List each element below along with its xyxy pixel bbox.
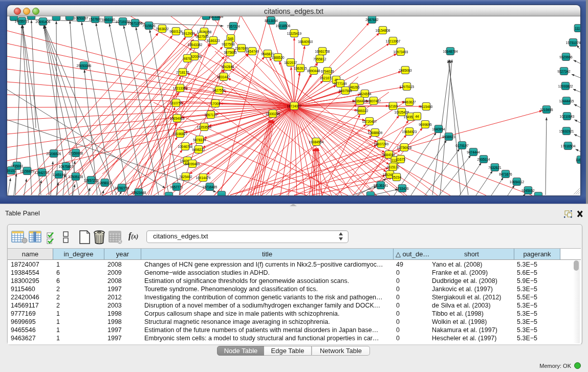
svg-text:9657771: 9657771	[170, 185, 183, 189]
svg-text:12213967: 12213967	[386, 39, 401, 43]
svg-text:1588520: 1588520	[271, 56, 285, 59]
svg-text:10973493: 10973493	[394, 50, 408, 54]
svg-text:3267110: 3267110	[205, 113, 217, 117]
svg-text:10654112: 10654112	[510, 180, 525, 184]
svg-text:7515526: 7515526	[142, 24, 156, 28]
svg-text:9463627: 9463627	[403, 100, 416, 104]
svg-text:20206526: 20206526	[47, 152, 61, 156]
svg-text:9827505: 9827505	[195, 35, 209, 38]
svg-text:20691406: 20691406	[36, 20, 51, 24]
svg-text:16648784: 16648784	[443, 50, 458, 53]
svg-text:6179197: 6179197	[455, 144, 469, 147]
svg-text:18724007: 18724007	[287, 104, 302, 108]
svg-text:9327508: 9327508	[222, 42, 235, 46]
svg-text:1640954: 1640954	[432, 127, 445, 131]
svg-text:11325419: 11325419	[287, 32, 302, 35]
svg-text:5878334: 5878334	[193, 138, 206, 142]
svg-text:1117: 1117	[575, 27, 580, 30]
svg-text:10046788: 10046788	[178, 145, 193, 148]
svg-text:20364436: 20364436	[353, 99, 367, 103]
svg-text:3215955: 3215955	[540, 108, 553, 112]
svg-text:8938923: 8938923	[442, 135, 455, 139]
svg-text:6794028: 6794028	[321, 70, 334, 73]
svg-text:17359936: 17359936	[69, 151, 83, 155]
svg-text:9329966: 9329966	[559, 55, 573, 59]
svg-text:15692921: 15692921	[559, 129, 574, 133]
svg-text:10807487: 10807487	[366, 99, 381, 103]
svg-text:1610755: 1610755	[169, 101, 183, 105]
svg-text:25234: 25234	[392, 176, 401, 179]
svg-text:17006: 17006	[211, 102, 220, 105]
svg-text:6497568: 6497568	[339, 89, 352, 93]
svg-text:11675: 11675	[396, 158, 405, 161]
svg-text:3875685: 3875685	[224, 51, 237, 54]
svg-text:9876: 9876	[184, 57, 191, 60]
svg-text:14055721: 14055721	[15, 19, 30, 23]
svg-text:12923448: 12923448	[132, 191, 146, 194]
svg-text:16640910: 16640910	[298, 40, 313, 43]
svg-text:18807249: 18807249	[374, 142, 389, 146]
svg-text:16914479: 16914479	[196, 176, 211, 180]
svg-text:9699695: 9699695	[419, 123, 432, 126]
svg-text:16154808: 16154808	[376, 29, 390, 32]
svg-text:9660124: 9660124	[169, 30, 183, 33]
svg-text:7357224: 7357224	[227, 25, 240, 28]
svg-text:15751074: 15751074	[566, 41, 580, 45]
svg-text:8454749: 8454749	[246, 50, 259, 53]
svg-text:3624554: 3624554	[358, 92, 372, 96]
svg-text:1362615: 1362615	[294, 67, 307, 70]
svg-text:10975867: 10975867	[59, 165, 74, 168]
svg-text:2687682: 2687682	[365, 18, 379, 21]
svg-text:8813054: 8813054	[265, 19, 278, 23]
svg-text:39151: 39151	[7, 169, 16, 172]
svg-text:18300295: 18300295	[266, 112, 280, 116]
svg-text:9646821: 9646821	[261, 52, 274, 56]
svg-text:16033809: 16033809	[209, 16, 224, 18]
svg-text:19756928: 19756928	[397, 146, 412, 149]
svg-text:9684067: 9684067	[382, 153, 396, 157]
svg-text:1822037: 1822037	[284, 61, 297, 64]
svg-text:1615132: 1615132	[386, 165, 400, 169]
svg-text:16961758: 16961758	[315, 50, 330, 53]
svg-text:12975115: 12975115	[400, 85, 415, 89]
svg-text:12444415: 12444415	[559, 99, 574, 103]
svg-text:7625402: 7625402	[179, 175, 192, 179]
svg-text:19654983: 19654983	[170, 117, 185, 120]
svg-text:14136141: 14136141	[374, 184, 388, 187]
svg-text:19654923: 19654923	[402, 130, 417, 134]
svg-text:9777169: 9777169	[334, 82, 347, 85]
svg-text:15720407: 15720407	[362, 120, 377, 123]
svg-text:8471676: 8471676	[499, 172, 512, 176]
svg-text:12942757: 12942757	[35, 171, 50, 174]
svg-text:7632621: 7632621	[488, 166, 502, 169]
svg-text:16782759: 16782759	[115, 186, 129, 190]
svg-text:9245052: 9245052	[521, 189, 535, 192]
svg-text:9498222: 9498222	[192, 148, 205, 151]
svg-text:116753: 116753	[575, 158, 580, 162]
svg-text:12505135: 12505135	[69, 175, 83, 179]
svg-text:2718176: 2718176	[176, 71, 189, 74]
svg-text:8990448: 8990448	[307, 69, 320, 73]
svg-text:62160: 62160	[388, 104, 398, 108]
svg-text:7955812: 7955812	[313, 57, 326, 61]
svg-text:16671355: 16671355	[128, 21, 143, 25]
svg-text:546: 546	[228, 37, 234, 40]
svg-text:10958107: 10958107	[98, 181, 113, 185]
svg-text:746266: 746266	[349, 85, 360, 89]
svg-text:25053346: 25053346	[77, 64, 92, 68]
svg-text:10653287: 10653287	[74, 16, 89, 20]
svg-text:8186323: 8186323	[207, 39, 220, 42]
svg-text:6466160: 6466160	[102, 18, 115, 21]
svg-text:19218506: 19218506	[276, 24, 291, 28]
svg-text:16543382: 16543382	[188, 43, 203, 47]
svg-text:17857225: 17857225	[84, 179, 99, 182]
svg-text:9115460: 9115460	[420, 105, 433, 108]
svg-text:19166827: 19166827	[173, 132, 188, 136]
svg-text:12213369: 12213369	[173, 86, 188, 90]
svg-text:1527602: 1527602	[89, 17, 102, 21]
svg-text:54099489: 54099489	[185, 162, 200, 166]
svg-text:7663822: 7663822	[156, 27, 169, 31]
svg-text:9427552: 9427552	[212, 89, 226, 92]
svg-text:44: 44	[415, 115, 419, 118]
svg-text:7986322: 7986322	[355, 109, 368, 113]
